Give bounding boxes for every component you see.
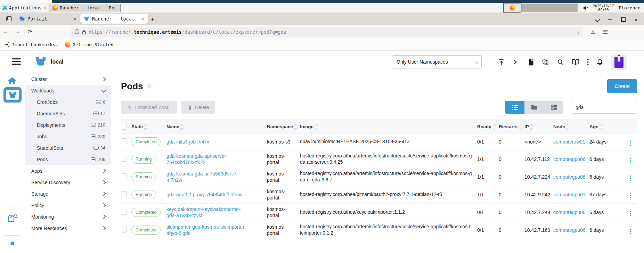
url-bar[interactable]: https://rancher.technique.artemis/dashbo… [71,27,583,37]
tab-close-icon[interactable]: ✕ [73,16,77,21]
row-checkbox[interactable] [121,173,127,179]
tray-window-button[interactable] [521,3,540,12]
pod-name-link[interactable]: gda-kosmos-gda-api-server-764c6bd76c-rf6… [166,153,228,165]
sidebar-item-deployments[interactable]: Deployments 210 [25,119,111,131]
bookmark-star-icon[interactable]: ☆ [576,29,579,35]
clock[interactable]: 2025-10-17 09:00 [593,4,614,12]
main-menu-button[interactable] [12,58,21,65]
pod-name-link[interactable]: tileimporter-gda-kosmos-tileimporter-dqy… [166,224,246,236]
rancher-logo[interactable] [35,56,47,66]
grouped-view-button[interactable] [544,101,563,114]
copy-icon[interactable] [542,58,549,66]
registry-app-icon[interactable] [7,213,18,223]
back-button[interactable]: ← [4,28,8,35]
sidebar-group-service-discovery[interactable]: Service Discovery [25,177,111,188]
download-yaml-button[interactable]: Download YAML [121,101,177,114]
sidebar-group-cluster[interactable]: Cluster [25,73,111,85]
tab-close-icon[interactable]: ✕ [141,16,145,21]
col-header-state[interactable]: State [131,124,166,129]
app-menu-icon[interactable] [603,30,608,34]
node-link[interactable]: computeraw01 [553,139,585,145]
reload-button[interactable]: ⟳ [27,28,32,35]
bookmark-getting-started[interactable]: Getting Started [65,42,113,47]
col-header-ready[interactable]: Ready [477,124,499,129]
sidebar-group-storage[interactable]: Storage [25,188,111,199]
row-actions-kebab-icon[interactable] [628,227,633,236]
node-link[interactable]: computegpu01 [553,192,586,197]
sidebar-group-more-resources[interactable]: More Resources [25,222,111,234]
col-header-image[interactable]: Image [300,124,477,129]
taskbar-window-button[interactable]: Rancher - local - Po… [49,4,121,12]
node-link[interactable]: computegpu06 [553,210,586,215]
sidebar-group-workloads[interactable]: Workloads [25,85,111,96]
tray-window-button[interactable] [559,3,578,12]
pod-name-link[interactable]: gda-inits3-job-fh47v [166,139,209,145]
table-row[interactable]: Running gda-kosmos-gda-api-server-764c6b… [121,150,637,168]
sidebar-group-monitoring[interactable]: Monitoring [25,211,111,222]
sidebar-item-daemonsets[interactable]: DaemonSets 17 [25,108,111,119]
create-button[interactable]: Create [607,79,637,93]
col-header-namespace[interactable]: Namespace [267,124,300,129]
sidebar-group-apps[interactable]: Apps [25,165,111,177]
user-avatar[interactable] [611,55,627,70]
home-icon[interactable] [8,77,17,84]
tab-rancher[interactable]: Rancher - local - Pod ✕ [80,14,148,24]
sidebar-item-jobs[interactable]: Jobs 220 [25,131,111,142]
row-actions-kebab-icon[interactable] [628,210,633,218]
rail-indicator-dot[interactable] [10,242,14,245]
namespace-filter-dropdown[interactable]: Only User Namespaces [392,55,482,68]
forward-button[interactable]: → [16,28,19,35]
file-icon[interactable] [528,58,534,66]
notifications-bell-icon[interactable] [596,58,603,66]
applications-menu-button[interactable]: Applications ⁝⁝ [0,3,49,13]
sidebar-group-policy[interactable]: Policy [25,199,111,211]
https-lock-icon[interactable] [82,30,86,34]
folder-view-button[interactable] [524,101,544,114]
table-row[interactable]: Running gda-kosmos-gda-ui-7b589d57c7-m7h… [121,168,637,186]
col-header-restarts[interactable]: Restarts [499,124,524,129]
row-checkbox[interactable] [121,156,127,162]
node-link[interactable]: computegpu06 [553,156,586,162]
table-row[interactable]: Completed tileimporter-gda-kosmos-tileim… [121,221,637,239]
sidebar-item-cronjobs[interactable]: CronJobs 6 [25,96,111,108]
docs-book-icon[interactable] [572,59,579,65]
pod-name-link[interactable]: keycloak-import-keycloakimporter-gda-a1y… [166,206,241,218]
volume-muted-icon[interactable] [583,6,589,10]
window-close-button[interactable]: ✕ [635,18,638,22]
import-yaml-icon[interactable] [498,58,505,66]
row-actions-kebab-icon[interactable] [628,139,633,147]
sidebar-item-statefulsets[interactable]: StatefulSets 34 [25,142,111,154]
window-maximize-button[interactable] [621,17,626,22]
new-tab-button[interactable]: + [151,16,154,23]
search-icon[interactable] [557,58,564,66]
table-row[interactable]: Completed gda-inits3-job-fh47v kosmos-s3… [121,133,637,150]
col-header-name[interactable]: Name [166,124,267,129]
tray-firefox-button[interactable] [503,3,521,13]
row-actions-kebab-icon[interactable] [628,174,633,182]
sidebar-item-pods[interactable]: Pods 706 [25,154,111,165]
list-view-button[interactable] [505,101,524,114]
tracking-shield-icon[interactable] [75,29,79,34]
row-checkbox[interactable] [121,138,127,144]
row-checkbox[interactable] [121,209,127,215]
pod-name-link[interactable]: gda-kosmos-gda-ui-7b589d57c7-m7h2w [166,171,238,183]
select-all-checkbox[interactable] [121,124,127,130]
list-all-tabs-icon[interactable] [595,17,600,23]
tray-window-button[interactable] [540,3,559,12]
kubectl-shell-icon[interactable] [513,58,520,66]
save-to-pocket-icon[interactable] [590,29,596,34]
pod-name-link[interactable]: gda-oauth2-proxy-7548f49cff-nfp5v [166,192,242,197]
table-row[interactable]: Completed keycloak-import-keycloakimport… [121,204,637,221]
tab-portail[interactable]: Portail ✕ [16,14,80,24]
col-header-node[interactable]: Node [553,124,589,129]
kebab-menu-icon[interactable] [587,59,589,65]
window-minimize-button[interactable] [608,19,612,20]
delete-button[interactable]: Delete [181,101,215,114]
bookmark-import[interactable]: Import bookmarks… [5,42,58,47]
col-header-ip[interactable]: IP [524,124,553,129]
row-actions-kebab-icon[interactable] [628,156,633,165]
row-checkbox[interactable] [121,191,127,197]
node-link[interactable]: computegpu06 [553,227,586,233]
active-cluster-button[interactable] [3,87,22,103]
col-header-age[interactable]: Age [589,124,628,129]
